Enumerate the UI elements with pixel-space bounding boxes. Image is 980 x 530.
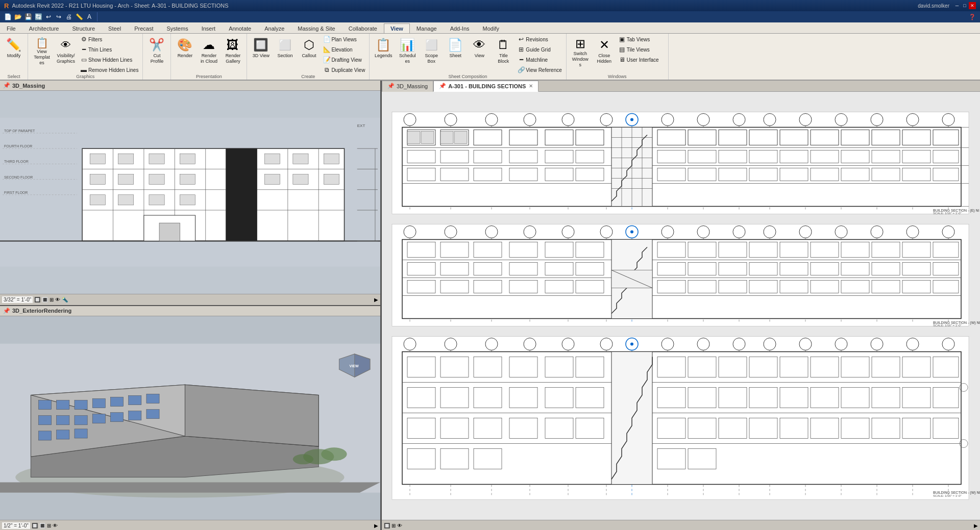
title-block-button[interactable]: 🗒 Title Block	[492, 35, 515, 67]
sheet-nav-1[interactable]: 🔲	[384, 523, 390, 528]
vis-ctrl-4[interactable]: 👁	[55, 297, 60, 302]
maximize-button[interactable]: □	[961, 2, 968, 9]
sheet-expand[interactable]: ▶	[974, 523, 978, 528]
svg-rect-344	[688, 388, 716, 408]
render-gallery-button[interactable]: 🖼 Render Gallery	[221, 35, 244, 67]
tab-massing[interactable]: Massing & Site	[291, 23, 341, 33]
tab-annotate[interactable]: Annotate	[222, 23, 258, 33]
rend-ctrl-1[interactable]: 🔲	[32, 523, 38, 528]
qa-save[interactable]: 💾	[23, 12, 33, 21]
svg-rect-249	[440, 263, 469, 275]
elevation-icon: 📐	[323, 46, 330, 53]
tab-manage[interactable]: Manage	[410, 23, 444, 33]
qa-redo[interactable]: ↪	[54, 12, 63, 21]
close-hidden-button[interactable]: ✕ Close Hidden	[593, 35, 616, 67]
elevation-button[interactable]: 📐 Elevation	[321, 45, 367, 54]
section-button[interactable]: ⬜ Section	[273, 35, 297, 67]
vis-ctrl-2[interactable]: 🔳	[42, 297, 48, 302]
massing-tab[interactable]: 📌 3D_Massing	[382, 81, 433, 92]
drafting-icon: 📝	[323, 56, 330, 63]
tab-architecture[interactable]: Architecture	[22, 23, 66, 33]
revisions-button[interactable]: ↩ Revisions	[516, 35, 564, 44]
view-reference-label: View Reference	[526, 67, 561, 73]
schedules-button[interactable]: 📊 Schedules	[396, 35, 419, 67]
qa-measure[interactable]: 📏	[75, 12, 84, 21]
tab-steel[interactable]: Steel	[102, 23, 128, 33]
matchline-button[interactable]: ━ Matchline	[516, 55, 564, 64]
rend-ctrl-3[interactable]: ⊞	[47, 523, 51, 528]
sheet-drawing-content[interactable]: BUILDING SECTION - (E) NI B-3 SCALE: 1/1…	[382, 92, 980, 520]
tab-modify[interactable]: Modify	[476, 23, 506, 33]
thin-lines-button[interactable]: ━ Thin Lines	[78, 45, 140, 54]
svg-rect-145	[749, 130, 777, 145]
rendering-view-panel[interactable]: 📌 3D_ExteriorRendering	[0, 306, 380, 531]
drafting-view-button[interactable]: 📝 Drafting View	[321, 55, 367, 64]
rend-ctrl-4[interactable]: 👁	[53, 523, 58, 528]
filters-button[interactable]: ⚙ Filters	[78, 35, 140, 44]
tab-systems[interactable]: Systems	[160, 23, 194, 33]
view-reference-button[interactable]: 🔗 View Reference	[516, 65, 564, 74]
tab-views-button[interactable]: ▣ Tab Views	[617, 35, 661, 44]
rendering-view-controls: 1/2" = 1'-0" 🔲 🔳 ⊞ 👁 ▶	[0, 520, 380, 530]
tab-analyze[interactable]: Analyze	[258, 23, 291, 33]
vis-ctrl-5[interactable]: 🔦	[62, 297, 68, 302]
tile-views-button[interactable]: ▤ Tile Views	[617, 45, 661, 54]
svg-rect-63	[129, 395, 141, 405]
guide-grid-button[interactable]: ⊞ Guide Grid	[516, 45, 564, 54]
svg-rect-274	[780, 281, 808, 293]
close-button[interactable]: ✕	[969, 2, 976, 9]
tab-collaborate[interactable]: Collaborate	[342, 23, 384, 33]
svg-rect-354	[440, 418, 469, 439]
tab-structure[interactable]: Structure	[65, 23, 102, 33]
svg-text:SCALE: 1/16" = 1'-0": SCALE: 1/16" = 1'-0"	[933, 212, 962, 215]
qa-sync[interactable]: 🔄	[34, 12, 43, 21]
legends-button[interactable]: 📋 Legends	[372, 35, 395, 67]
massing-view-content[interactable]: EXT TOP OF PARAPET FOURTH FLOOR THIRD FL…	[0, 91, 380, 294]
visibility-graphics-button[interactable]: 👁 Visibility/ Graphics	[54, 35, 78, 67]
expand-right[interactable]: ▶	[374, 297, 378, 302]
info-icon[interactable]: ❓	[969, 14, 976, 20]
sheet-nav-3[interactable]: 👁	[397, 523, 402, 528]
modify-button[interactable]: ✏️ Modify	[2, 35, 26, 67]
duplicate-view-button[interactable]: ⧉ Duplicate View	[321, 65, 367, 74]
show-hidden-label: Show Hidden Lines	[88, 57, 132, 63]
3d-view-label: 3D View	[253, 53, 270, 59]
sheet-button[interactable]: 📄 Sheet	[444, 35, 467, 67]
remove-hidden-button[interactable]: ▬ Remove Hidden Lines	[78, 65, 140, 74]
show-hidden-button[interactable]: ▭ Show Hidden Lines	[78, 55, 140, 64]
sheet-tab-active[interactable]: 📌 A-301 - BUILDING SECTIONS ✕	[433, 81, 538, 92]
qa-open[interactable]: 📂	[13, 12, 22, 21]
user-interface-button[interactable]: 🖥 User Interface	[617, 55, 661, 64]
view-templates-button[interactable]: 📋 View Templates	[30, 35, 54, 67]
tab-view[interactable]: View	[384, 23, 410, 33]
qa-text[interactable]: A	[85, 12, 94, 21]
svg-rect-66	[57, 415, 69, 424]
vis-ctrl-3[interactable]: ⊞	[50, 297, 54, 302]
switch-windows-button[interactable]: ⊞ Switch Windows	[569, 35, 592, 67]
tab-file[interactable]: File	[0, 23, 22, 33]
sheet-tab-close[interactable]: ✕	[529, 83, 533, 89]
qa-new[interactable]: 📄	[3, 12, 12, 21]
vis-ctrl-1[interactable]: 🔲	[34, 297, 40, 302]
minimize-button[interactable]: ─	[953, 2, 961, 9]
massing-view-panel[interactable]: 📌 3D_Massing	[0, 81, 380, 306]
sheet-nav-2[interactable]: ⊞	[391, 523, 396, 528]
svg-rect-35	[293, 174, 308, 185]
rend-ctrl-expand[interactable]: ▶	[374, 523, 378, 528]
view-button[interactable]: 👁 View	[468, 35, 491, 67]
cut-profile-button[interactable]: ✂️ Cut Profile	[145, 35, 168, 67]
render-cloud-button[interactable]: ☁ Render in Cloud	[197, 35, 220, 67]
tab-insert[interactable]: Insert	[195, 23, 223, 33]
qa-undo[interactable]: ↩	[44, 12, 53, 21]
3d-view-button[interactable]: 🔲 3D View	[249, 35, 273, 67]
rend-ctrl-2[interactable]: 🔳	[39, 523, 45, 528]
plan-views-button[interactable]: 📄 Plan Views	[321, 35, 367, 44]
rendering-view-content[interactable]: VIEW	[0, 316, 380, 520]
tab-addins[interactable]: Add-Ins	[444, 23, 476, 33]
tab-precast[interactable]: Precast	[128, 23, 160, 33]
render-button[interactable]: 🎨 Render	[173, 35, 197, 67]
callout-button[interactable]: ⬡ Callout	[297, 35, 321, 67]
qa-print[interactable]: 🖨	[64, 12, 74, 21]
scope-box-button[interactable]: ⬜ Scope Box	[420, 35, 443, 67]
svg-rect-148	[841, 130, 869, 145]
